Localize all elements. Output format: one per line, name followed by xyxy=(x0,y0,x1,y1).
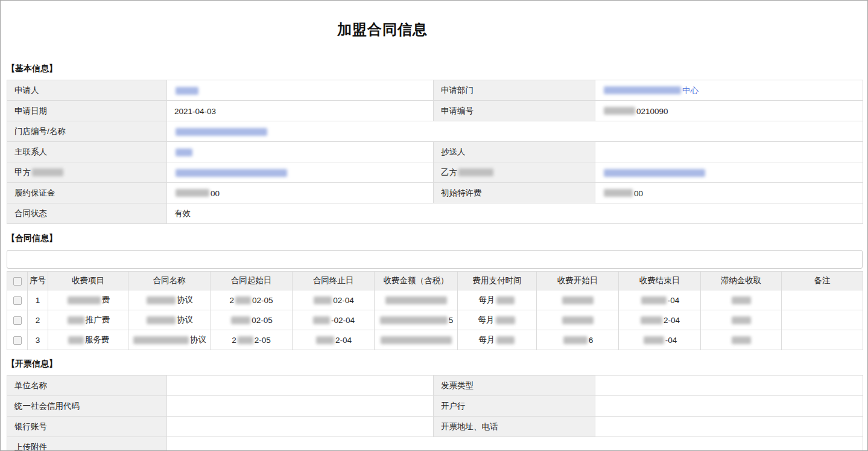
field-value-invoice-address-phone xyxy=(595,417,863,437)
field-label-invoice-type: 发票类型 xyxy=(434,376,595,396)
column-header-pay-time: 费用支付时间 xyxy=(458,272,537,290)
field-label-store-number-name: 门店编号/名称 xyxy=(7,121,167,142)
cell-contract-name: 协议 xyxy=(128,290,211,310)
contract-table: 序号 收费项目 合同名称 合同起始日 合同终止日 收费金额（含税） 费用支付时间… xyxy=(7,271,863,350)
text-fragment: 费 xyxy=(102,295,110,304)
cell-pay-time: 每月 xyxy=(458,330,537,350)
field-value-initial-franchise-fee: 00 xyxy=(595,183,863,203)
text-fragment: 6 xyxy=(589,336,594,345)
cell-amount xyxy=(375,330,458,350)
text-fragment: 2-05 xyxy=(255,336,271,345)
field-label-bank-account: 银行账号 xyxy=(7,417,167,437)
text-fragment: 申请人 xyxy=(14,86,39,95)
cell-remark xyxy=(782,290,863,310)
field-value-cc-person xyxy=(595,142,863,162)
redacted-text xyxy=(147,296,176,304)
row-checkbox[interactable] xyxy=(13,296,22,305)
text-fragment: 2 xyxy=(232,336,236,345)
table-row: 甲方 乙方 xyxy=(7,162,863,183)
row-checkbox[interactable] xyxy=(13,316,22,325)
cell-end-date: 2-04 xyxy=(293,330,375,350)
redacted-text xyxy=(176,128,267,136)
text-fragment: 每月 xyxy=(478,315,495,324)
redacted-text xyxy=(147,316,176,324)
column-header-late-fee: 滞纳金收取 xyxy=(701,272,782,290)
text-fragment: 02-05 xyxy=(252,316,273,325)
column-header-contract-name: 合同名称 xyxy=(128,272,211,290)
text-fragment: 服务费 xyxy=(85,335,110,344)
cell-pay-time: 每月 xyxy=(458,290,537,310)
column-header-fee-end: 收费结束日 xyxy=(619,272,701,290)
field-label-cc-person: 抄送人 xyxy=(434,142,595,162)
row-select-cell xyxy=(7,290,28,310)
cell-remark xyxy=(782,330,863,350)
redacted-text xyxy=(381,336,452,344)
cell-fee-end: 2-04 xyxy=(619,310,701,330)
field-label-apply-date: 申请日期 xyxy=(7,101,167,121)
redacted-text xyxy=(604,189,633,197)
redacted-text xyxy=(68,296,101,304)
header-select-all-cell xyxy=(7,272,28,290)
field-value-performance-bond: 00 xyxy=(167,183,434,203)
field-label-contract-status: 合同状态 xyxy=(7,203,167,224)
table-row: 统一社会信用代码 开户行 xyxy=(7,396,863,417)
redacted-text xyxy=(641,316,662,324)
section-title-invoice: 【开票信息】 xyxy=(7,359,861,369)
column-header-fee-item: 收费项目 xyxy=(48,272,128,290)
cell-fee-start xyxy=(537,310,619,330)
redacted-text xyxy=(563,336,588,344)
redacted-text xyxy=(562,316,594,324)
redacted-text xyxy=(238,336,253,344)
section-title-basic: 【基本信息】 xyxy=(7,63,861,74)
column-header-amount: 收费金额（含税） xyxy=(375,272,458,290)
text-fragment: 主联系人 xyxy=(14,147,47,156)
text-fragment: 合同状态 xyxy=(14,209,47,218)
field-value-party-a xyxy=(167,162,434,183)
field-label-company-name: 单位名称 xyxy=(7,376,167,396)
field-label-invoice-address-phone: 开票地址、电话 xyxy=(434,417,595,437)
redacted-text xyxy=(641,296,667,304)
text-fragment: -04 xyxy=(665,336,677,345)
cell-fee-start xyxy=(537,290,619,310)
cell-seq: 1 xyxy=(28,290,48,310)
redacted-text xyxy=(604,169,705,177)
field-value-apply-department: 中心 xyxy=(595,80,863,101)
franchise-contract-page: 加盟合同信息 【基本信息】 申请人 申请部门 中心 申请日期 2021-04-0… xyxy=(0,0,868,451)
table-row: 履约保证金 00 初始特许费 00 xyxy=(7,183,863,203)
field-label-main-contact: 主联系人 xyxy=(7,142,167,162)
redacted-text xyxy=(562,296,594,304)
text-fragment: 每月 xyxy=(479,295,495,304)
redacted-text xyxy=(235,296,251,304)
text-fragment: 0210090 xyxy=(636,106,668,115)
field-value-main-contact xyxy=(167,142,434,162)
field-value-apply-date: 2021-04-03 xyxy=(167,101,434,121)
field-label-social-credit-code: 统一社会信用代码 xyxy=(7,396,167,417)
select-all-checkbox[interactable] xyxy=(13,277,22,286)
cell-pay-time: 每月 xyxy=(458,310,537,330)
redacted-text xyxy=(68,316,84,324)
redacted-text xyxy=(644,336,664,344)
text-fragment: 有效 xyxy=(174,209,191,218)
contract-table-header-row: 序号 收费项目 合同名称 合同起始日 合同终止日 收费金额（含税） 费用支付时间… xyxy=(7,272,863,290)
row-select-cell xyxy=(7,310,28,330)
redacted-text xyxy=(458,168,493,176)
text-fragment: 协议 xyxy=(177,295,193,304)
field-value-bank-branch xyxy=(595,396,863,417)
cell-end-date: -02-04 xyxy=(293,310,375,330)
text-fragment: 每月 xyxy=(479,335,495,344)
text-fragment: 00 xyxy=(634,188,643,197)
row-checkbox[interactable] xyxy=(13,336,22,345)
basic-info-table: 申请人 申请部门 中心 申请日期 2021-04-03 申请编号 0210090… xyxy=(7,80,863,224)
text-fragment: 02-05 xyxy=(252,296,273,305)
text-fragment: 推广费 xyxy=(86,315,110,324)
text-fragment: 履约保证金 xyxy=(14,188,55,197)
redacted-text xyxy=(176,169,287,177)
link-text[interactable]: 中心 xyxy=(682,86,699,95)
field-value-contract-status: 有效 xyxy=(167,203,863,224)
cell-late-fee xyxy=(701,290,782,310)
text-fragment: 申请部门 xyxy=(441,86,474,95)
text-fragment: 2 xyxy=(229,296,234,305)
table-row: 申请日期 2021-04-03 申请编号 0210090 xyxy=(7,101,863,121)
redacted-text xyxy=(32,168,63,176)
table-row: 上传附件 xyxy=(7,437,863,451)
